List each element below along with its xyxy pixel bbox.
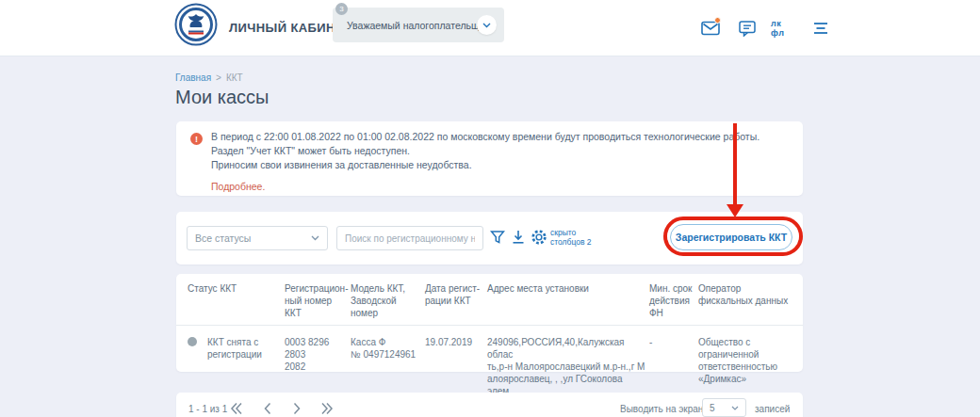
chevron-down-icon[interactable] <box>477 15 497 35</box>
status-filter-select[interactable]: Все статусы <box>187 226 328 250</box>
download-icon[interactable] <box>510 229 527 246</box>
breadcrumb-home-link[interactable]: Главная <box>175 72 211 83</box>
lk-fl-link[interactable]: лк фл <box>771 15 797 41</box>
column-header-address: Адрес места установки <box>487 282 649 319</box>
status-filter-value: Все статусы <box>195 233 251 244</box>
breadcrumb-current: ККТ <box>226 72 243 83</box>
gear-icon[interactable] <box>531 229 547 246</box>
breadcrumb-separator: > <box>216 72 221 83</box>
lk-fl-label: лк фл <box>771 19 797 38</box>
first-page-icon[interactable] <box>225 398 248 417</box>
maintenance-alert: ! В период с 22:00 01.08.2022 по 01:00 0… <box>176 121 803 196</box>
alert-message: В период с 22:00 01.08.2022 по 01:00 02.… <box>211 130 788 172</box>
warning-icon: ! <box>190 133 203 145</box>
per-page-value: 5 <box>710 403 715 413</box>
status-dot-icon <box>188 337 197 346</box>
filter-icon[interactable] <box>489 229 506 246</box>
records-label: записей <box>755 404 790 414</box>
fns-logo-icon[interactable] <box>174 3 218 46</box>
mail-notification-dot <box>714 17 721 24</box>
search-input[interactable] <box>336 226 483 250</box>
table-header-row: Статус ККТ Регистрацион- ный номер ККТ М… <box>176 274 803 326</box>
annotation-arrow-line <box>733 123 737 206</box>
header-icon-bar: лк фл <box>697 15 834 41</box>
prev-page-icon[interactable] <box>255 398 278 417</box>
greeting-label: Уважаемый налогоплательщик! <box>347 20 492 31</box>
hidden-columns-label[interactable]: скрыто столбцов 2 <box>550 228 592 247</box>
annotation-arrow-head <box>727 204 743 217</box>
pagination-bar: 1 - 1 из 1 Выводить на экране 5 записей <box>176 393 803 417</box>
annotation-ellipse <box>663 217 803 256</box>
pagination-nav <box>225 398 338 417</box>
page-title: Мои кассы <box>175 87 269 108</box>
pagination-range: 1 - 1 из 1 <box>188 404 227 414</box>
greeting-dropdown[interactable]: 3 Уважаемый налогоплательщик! <box>333 8 504 42</box>
menu-icon[interactable] <box>808 15 834 41</box>
per-page-label: Выводить на экране <box>620 404 709 414</box>
column-header-min-fn: Мин. срок действия ФН <box>649 282 698 319</box>
chevron-down-icon <box>731 406 739 410</box>
column-header-reg-date: Дата регист- рации ККТ <box>425 282 487 319</box>
notification-badge: 3 <box>335 3 348 15</box>
next-page-icon[interactable] <box>286 398 308 417</box>
chevron-down-icon <box>311 235 319 241</box>
page: ЛИЧНЫЙ КАБИНЕТ ИП 3 Уважаемый налогоплат… <box>0 0 980 417</box>
per-page-select[interactable]: 5 <box>702 398 746 417</box>
breadcrumb: Главная>ККТ <box>175 72 243 83</box>
column-header-status: Статус ККТ <box>188 282 285 319</box>
column-header-model: Модель ККТ, Заводской номер <box>351 282 425 319</box>
last-page-icon[interactable] <box>316 398 338 417</box>
column-header-reg-number: Регистрацион- ный номер ККТ <box>285 282 351 319</box>
mail-icon[interactable] <box>697 15 724 41</box>
column-header-operator: Оператор фискальных данных <box>698 282 792 319</box>
details-link[interactable]: Подробнее. <box>211 181 265 192</box>
kkt-table: Статус ККТ Регистрацион- ный номер ККТ М… <box>176 274 803 372</box>
top-header: ЛИЧНЫЙ КАБИНЕТ ИП 3 Уважаемый налогоплат… <box>0 0 980 56</box>
chat-icon[interactable] <box>734 15 760 41</box>
